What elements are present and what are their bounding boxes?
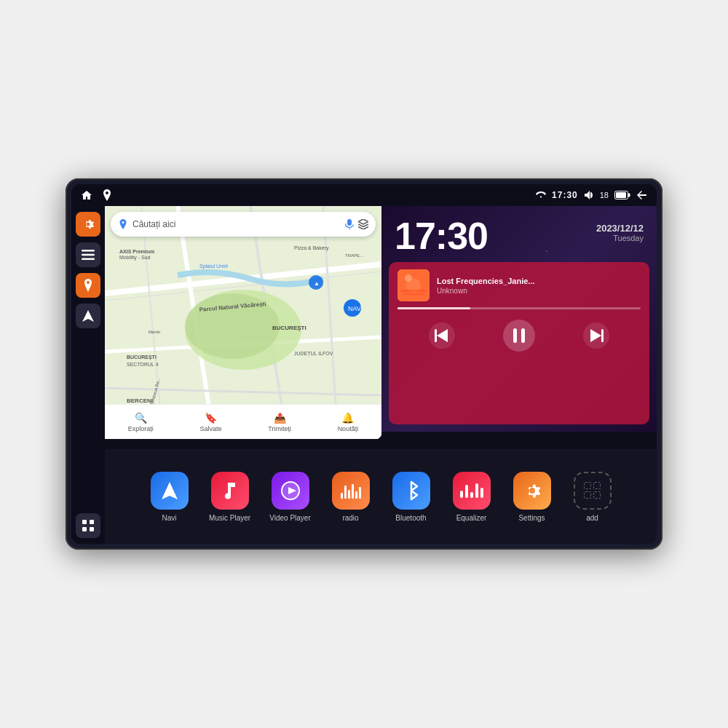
maps-tab-explorați[interactable]: 🔍 Explorați: [128, 412, 154, 432]
right-panel: 17:30 2023/12/12 Tuesday: [381, 206, 657, 432]
app-video-player[interactable]: Video Player: [263, 472, 317, 522]
share-label: Trimiteți: [268, 425, 291, 432]
svg-rect-6: [82, 520, 87, 524]
radio-eq-bars: [341, 483, 361, 499]
music-player: Lost Frequencies_Janie... Unknown: [389, 262, 649, 424]
svg-text:Merlin: Merlin: [149, 330, 160, 334]
svg-marker-45: [437, 329, 448, 342]
battery-level: 18: [600, 191, 609, 199]
svg-rect-2: [628, 194, 630, 197]
video-player-icon: [272, 472, 309, 510]
clock-year: 2023/12/12: [596, 223, 644, 234]
add-icon-grid: [584, 482, 601, 499]
svg-text:BERCENI: BERCENI: [127, 397, 153, 404]
time-display: 17:30: [552, 190, 578, 200]
google-maps-icon: [118, 219, 128, 229]
music-player-label: Music Player: [209, 514, 250, 522]
svg-text:BUCUREȘTI: BUCUREȘTI: [127, 355, 157, 360]
maps-search-bar[interactable]: Căutați aici: [111, 212, 376, 237]
svg-text:AXIS Premium: AXIS Premium: [119, 249, 154, 254]
equalizer-icon: [453, 472, 491, 510]
saved-icon: 🔖: [205, 412, 217, 424]
music-info: Lost Frequencies_Janie... Unknown: [397, 269, 641, 301]
music-controls: [397, 317, 641, 355]
video-player-label: Video Player: [269, 514, 311, 522]
svg-rect-4: [82, 254, 95, 256]
music-title: Lost Frequencies_Janie...: [437, 277, 641, 285]
explore-label: Explorați: [128, 425, 154, 432]
maps-tab-trimiteți[interactable]: 📤 Trimiteți: [268, 412, 291, 432]
svg-rect-47: [521, 328, 525, 343]
maps-search-text: Căutați aici: [132, 219, 341, 229]
maps-content: AXIS Premium Mobility - Sud Pizza & Bake…: [105, 206, 381, 439]
maps-panel[interactable]: Căutați aici: [105, 206, 381, 439]
car-head-unit: 17:30 18: [66, 178, 662, 550]
sidebar-settings-btn[interactable]: [76, 212, 100, 237]
app-settings[interactable]: Settings: [505, 472, 559, 522]
svg-text:NAV: NAV: [348, 305, 361, 312]
back-icon[interactable]: [636, 190, 648, 200]
svg-rect-3: [82, 250, 95, 252]
music-player-icon: [211, 472, 249, 510]
sidebar-menu-btn[interactable]: [76, 242, 100, 267]
prev-button[interactable]: [429, 323, 455, 349]
main-content: Căutați aici: [71, 206, 657, 544]
maps-bottom-tabs: 🔍 Explorați 🔖 Salvate 📤 Trimiteți: [105, 404, 381, 439]
status-left: [80, 189, 114, 202]
svg-text:SECTORUL 4: SECTORUL 4: [127, 362, 159, 367]
app-grid: Navi Music Player: [105, 449, 657, 544]
radio-label: radio: [342, 514, 358, 522]
saved-label: Salvate: [200, 425, 222, 432]
pause-button[interactable]: [503, 320, 535, 352]
settings-icon: [513, 472, 551, 510]
clock-section: 17:30 2023/12/12 Tuesday: [381, 206, 657, 262]
svg-text:BUCUREȘTI: BUCUREȘTI: [272, 325, 306, 331]
app-add[interactable]: add: [565, 472, 620, 522]
app-music-player[interactable]: Music Player: [202, 472, 257, 522]
clock-weekday: Tuesday: [596, 234, 644, 242]
radio-icon: [332, 472, 370, 510]
svg-text:TRAPE...: TRAPE...: [345, 253, 363, 258]
svg-rect-44: [435, 329, 437, 342]
top-row: Căutați aici: [105, 206, 657, 432]
svg-rect-7: [90, 520, 94, 524]
status-bar: 17:30 18: [71, 184, 657, 206]
app-radio[interactable]: radio: [323, 472, 378, 522]
mic-icon[interactable]: [345, 219, 354, 229]
svg-text:Pizza & Bakery: Pizza & Bakery: [294, 245, 329, 251]
clock-date: 2023/12/12 Tuesday: [596, 217, 644, 242]
home-icon[interactable]: [80, 189, 93, 202]
app-navi[interactable]: Navi: [142, 472, 197, 522]
navi-icon: [151, 472, 189, 510]
sidebar-grid-btn[interactable]: [76, 513, 100, 538]
svg-marker-49: [590, 329, 601, 342]
explore-icon: 🔍: [135, 412, 147, 424]
volume-icon: [584, 191, 594, 199]
sidebar-nav-btn[interactable]: [76, 304, 100, 328]
sidebar-maps-btn[interactable]: [76, 273, 100, 298]
location-icon[interactable]: [100, 189, 114, 202]
svg-rect-42: [401, 290, 426, 292]
svg-rect-8: [82, 527, 87, 531]
share-icon: 📤: [274, 412, 286, 424]
svg-text:▲: ▲: [314, 280, 320, 287]
maps-tab-salvate[interactable]: 🔖 Salvate: [200, 412, 222, 432]
maps-tab-noutăți[interactable]: 🔔 Noutăți: [338, 412, 359, 432]
next-button[interactable]: [583, 323, 609, 349]
svg-text:JUDEȚUL ILFOV: JUDEȚUL ILFOV: [294, 351, 333, 357]
svg-rect-46: [513, 328, 517, 343]
app-equalizer[interactable]: Equalizer: [444, 472, 499, 522]
add-label: add: [586, 514, 598, 522]
bluetooth-icon: [392, 472, 430, 510]
bluetooth-label: Bluetooth: [395, 514, 426, 522]
app-bluetooth[interactable]: Bluetooth: [384, 472, 438, 522]
music-progress-bar[interactable]: [397, 307, 641, 309]
svg-text:Mobility - Sud: Mobility - Sud: [119, 255, 151, 261]
equalizer-label: Equalizer: [456, 514, 487, 522]
center-area: Căutați aici: [105, 206, 657, 544]
sidebar: [71, 206, 105, 544]
svg-rect-1: [616, 192, 626, 198]
svg-text:Splaiul Unirii: Splaiul Unirii: [199, 264, 228, 269]
layers-icon[interactable]: [358, 219, 368, 229]
wifi-icon: [536, 191, 546, 199]
